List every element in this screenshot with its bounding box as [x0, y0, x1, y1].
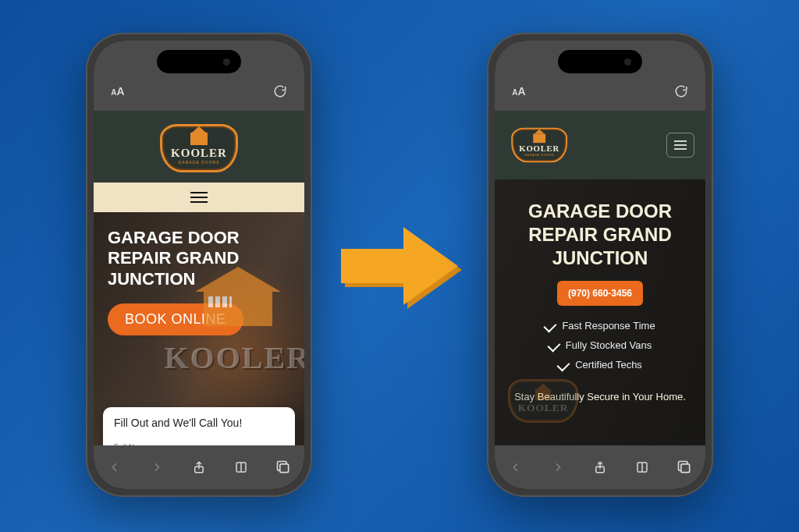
house-icon	[533, 133, 545, 143]
check-icon	[557, 358, 570, 371]
hamburger-icon	[674, 144, 687, 146]
text-size-button[interactable]: AA	[106, 80, 130, 103]
share-icon[interactable]	[588, 456, 612, 479]
brand-logo[interactable]: KOOLER GARAGE DOORS	[506, 126, 573, 165]
page-viewport: KOOLER GARAGE DOORS KOOLER GARAGE DOOR R…	[495, 111, 705, 445]
phone-screen: AA KOOLER GARAGE DOORS	[495, 41, 705, 489]
back-icon[interactable]	[103, 456, 126, 479]
call-phone-button[interactable]: (970) 660-3456	[557, 281, 643, 306]
brand-logo[interactable]: KOOLER GARAGE DOORS	[152, 122, 246, 175]
hamburger-icon	[190, 197, 208, 198]
site-header: KOOLER GARAGE DOORS	[495, 111, 705, 179]
feature-label: Certified Techs	[575, 359, 642, 371]
dynamic-island	[157, 50, 241, 73]
hero-headline: GARAGE DOOR REPAIR GRAND JUNCTION	[510, 200, 690, 270]
watermark-text: KOOLER	[164, 339, 304, 376]
feature-list: Fast Response Time Fully Stocked Vans Ce…	[510, 320, 690, 371]
phone-after: AA KOOLER GARAGE DOORS	[487, 33, 713, 497]
reload-icon[interactable]	[268, 80, 292, 103]
menu-bar[interactable]	[94, 183, 304, 212]
brand-sub: GARAGE DOORS	[524, 153, 554, 156]
page-viewport: KOOLER GARAGE DOORS KOOLER GARAGE DOOR R…	[94, 111, 304, 445]
list-item: Fully Stocked Vans	[549, 339, 652, 351]
form-title: Fill Out and We'll Call You!	[114, 417, 284, 429]
check-icon	[544, 319, 557, 332]
bookmarks-icon[interactable]	[630, 456, 654, 479]
hero-illustration: KOOLER	[504, 377, 582, 425]
forward-icon[interactable]	[145, 456, 169, 479]
reload-icon[interactable]	[669, 80, 693, 103]
tabs-icon[interactable]	[272, 456, 295, 479]
text-size-button[interactable]: AA	[507, 80, 531, 103]
svg-rect-1	[280, 464, 289, 473]
list-item: Fast Response Time	[545, 320, 655, 332]
safari-bottom-bar	[495, 445, 705, 489]
site-header: KOOLER GARAGE DOORS	[94, 111, 304, 183]
forward-icon[interactable]	[546, 456, 570, 479]
brand-name: KOOLER	[171, 147, 227, 160]
svg-rect-3	[681, 464, 690, 473]
feature-label: Fast Response Time	[562, 320, 655, 332]
bookmarks-icon[interactable]	[229, 456, 253, 479]
dynamic-island	[558, 50, 642, 73]
full-name-field[interactable]	[114, 438, 284, 445]
check-icon	[547, 339, 560, 352]
feature-label: Fully Stocked Vans	[566, 339, 652, 351]
list-item: Certified Techs	[558, 359, 642, 371]
menu-button[interactable]	[666, 133, 694, 158]
hero-illustration	[195, 267, 281, 329]
callback-form: Fill Out and We'll Call You!	[103, 407, 295, 445]
back-icon[interactable]	[504, 456, 527, 479]
tabs-icon[interactable]	[673, 456, 696, 479]
phone-before: AA KOOLER GARAGE DOORS	[86, 33, 312, 497]
brand-name: KOOLER	[519, 144, 559, 153]
transition-arrow-icon	[341, 227, 458, 305]
phone-screen: AA KOOLER GARAGE DOORS	[94, 41, 304, 489]
share-icon[interactable]	[187, 456, 211, 479]
house-icon	[190, 133, 208, 145]
brand-sub: GARAGE DOORS	[178, 160, 219, 165]
hero-section: KOOLER GARAGE DOOR REPAIR GRAND JUNCTION…	[495, 179, 705, 445]
safari-bottom-bar	[94, 445, 304, 489]
